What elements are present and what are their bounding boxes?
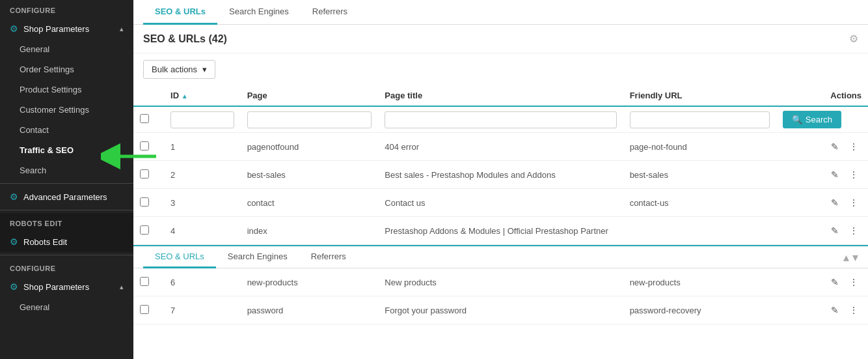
bottom-tab-controls: ▴ ▾: [843, 250, 858, 265]
row-url-2: best-sales: [623, 161, 776, 189]
search-button[interactable]: 🔍 Search: [783, 111, 841, 128]
sidebar-shop-parameters-2[interactable]: ⚙ Shop Parameters ▴: [0, 276, 133, 297]
sidebar-item-search[interactable]: Search: [7, 160, 133, 180]
sidebar-item-traffic-seo[interactable]: Traffic & SEO: [7, 140, 133, 160]
sidebar-item-product-settings[interactable]: Product Settings: [7, 79, 133, 100]
order-settings-label: Order Settings: [20, 65, 74, 74]
traffic-seo-label: Traffic & SEO: [20, 145, 74, 155]
shop-parameters-label: Shop Parameters: [23, 24, 89, 34]
row-actions-2: ✎ ⋮: [776, 161, 868, 189]
more-button-1[interactable]: ⋮: [846, 139, 861, 154]
table-head: ID Page Page title Friendly URL Actions: [133, 85, 868, 133]
row-id-7: 7: [164, 296, 241, 324]
filter-id-input[interactable]: [170, 111, 234, 128]
shop-params-submenu: General Order Settings Product Settings …: [0, 39, 133, 180]
bottom-tab-search-engines[interactable]: Search Engines: [216, 246, 299, 268]
filter-title-input[interactable]: [385, 111, 616, 128]
top-tabs: SEO & URLs Search Engines Referrers: [133, 0, 868, 25]
divider-2: [0, 210, 133, 210]
table-content: SEO & URLs (42) ⚙ Bulk actions ▾ ID: [133, 25, 868, 359]
sidebar-item-order-settings[interactable]: Order Settings: [7, 59, 133, 79]
row-url-1: page-not-found: [623, 133, 776, 161]
data-table: ID Page Page title Friendly URL Actions: [133, 85, 868, 245]
collapse-icon[interactable]: ▴: [843, 250, 849, 265]
actions-group-2: ✎ ⋮: [783, 167, 861, 182]
more-button-3[interactable]: ⋮: [846, 195, 861, 210]
edit-button-2[interactable]: ✎: [828, 167, 842, 182]
more-button-7[interactable]: ⋮: [846, 303, 861, 317]
edit-button-6[interactable]: ✎: [828, 275, 842, 289]
more-button-4[interactable]: ⋮: [846, 223, 861, 238]
row-url-6: new-products: [623, 268, 776, 296]
row-title-2: Best sales - Prestashop Modules and Addo…: [378, 161, 623, 189]
row-page-1: pagenotfound: [241, 133, 379, 161]
row-page-3: contact: [241, 189, 379, 217]
data-table-wrap: ID Page Page title Friendly URL Actions: [133, 85, 868, 245]
advanced-icon: ⚙: [10, 192, 18, 202]
col-header-id[interactable]: ID: [164, 85, 241, 106]
bottom-tab-referrers[interactable]: Referrers: [299, 246, 358, 268]
advanced-parameters-label: Advanced Parameters: [23, 192, 107, 202]
expand-icon[interactable]: ▾: [852, 250, 858, 265]
robots-section: ROBOTS EDIT ⚙ Robots Edit: [0, 213, 133, 252]
edit-button-3[interactable]: ✎: [828, 195, 842, 210]
sidebar-advanced-parameters[interactable]: ⚙ Advanced Parameters: [0, 186, 133, 207]
row-select-2[interactable]: [140, 169, 149, 179]
bottom-tabs-bar: SEO & URLs Search Engines Referrers ▴ ▾: [133, 245, 868, 268]
filter-page-input[interactable]: [247, 111, 372, 128]
sidebar-item-customer-settings[interactable]: Customer Settings: [7, 100, 133, 120]
actions-group-3: ✎ ⋮: [783, 195, 861, 210]
actions-group-4: ✎ ⋮: [783, 223, 861, 238]
edit-button-1[interactable]: ✎: [828, 139, 842, 154]
more-button-6[interactable]: ⋮: [846, 275, 861, 289]
product-settings-label: Product Settings: [20, 85, 81, 94]
table-body: 1 pagenotfound 404 error page-not-found …: [133, 133, 868, 245]
sidebar-robots-edit[interactable]: ⚙ Robots Edit: [0, 231, 133, 252]
edit-button-4[interactable]: ✎: [828, 223, 842, 238]
shop-parameters-label-2: Shop Parameters: [23, 282, 89, 292]
sidebar-item-general[interactable]: General: [7, 39, 133, 59]
tab-referrers[interactable]: Referrers: [301, 0, 359, 25]
bulk-actions-label: Bulk actions: [152, 65, 197, 74]
filter-title-cell: [378, 106, 623, 133]
bottom-tab-seo-urls[interactable]: SEO & URLs: [143, 246, 216, 268]
tab-seo-urls[interactable]: SEO & URLs: [143, 0, 217, 25]
row-select-6[interactable]: [140, 277, 149, 286]
settings-icon[interactable]: ⚙: [849, 33, 858, 45]
row-page-7: password: [241, 296, 379, 324]
shop-params-submenu-2: General: [0, 297, 133, 317]
table-row: 7 password Forgot your password password…: [133, 296, 868, 324]
general-label-2: General: [20, 302, 49, 312]
row-id-4: 4: [164, 217, 241, 245]
filter-url-input[interactable]: [630, 111, 770, 128]
row-checkbox-2: [133, 161, 164, 189]
extra-table: 6 new-products New products new-products…: [133, 268, 868, 324]
sidebar-item-contact[interactable]: Contact: [7, 120, 133, 140]
actions-group-1: ✎ ⋮: [783, 139, 861, 154]
extra-rows-wrap: 6 new-products New products new-products…: [133, 268, 868, 324]
sidebar-item-general-2[interactable]: General: [7, 297, 133, 317]
row-select-1[interactable]: [140, 141, 149, 151]
edit-button-7[interactable]: ✎: [828, 303, 842, 317]
filter-url-cell: [623, 106, 776, 133]
row-select-4[interactable]: [140, 225, 149, 235]
chevron-down-icon-2: ▴: [120, 283, 124, 291]
col-header-title[interactable]: Page title: [378, 85, 623, 106]
more-button-2[interactable]: ⋮: [846, 167, 861, 182]
row-select-3[interactable]: [140, 197, 149, 207]
col-header-url[interactable]: Friendly URL: [623, 85, 776, 106]
filter-row: 🔍 Search: [133, 106, 868, 133]
cog-icon: ⚙: [10, 23, 18, 34]
row-checkbox-7: [133, 296, 164, 324]
sidebar-shop-parameters[interactable]: ⚙ Shop Parameters ▴: [0, 18, 133, 39]
bulk-actions-button[interactable]: Bulk actions ▾: [143, 60, 215, 79]
tab-search-engines[interactable]: Search Engines: [217, 0, 301, 25]
search-icon: 🔍: [792, 115, 802, 124]
select-all-checkbox[interactable]: [140, 114, 149, 123]
contact-label: Contact: [20, 125, 49, 135]
row-checkbox-6: [133, 268, 164, 296]
row-id-3: 3: [164, 189, 241, 217]
actions-group-6: ✎ ⋮: [783, 275, 861, 289]
row-select-7[interactable]: [140, 305, 149, 314]
col-header-page[interactable]: Page: [241, 85, 379, 106]
